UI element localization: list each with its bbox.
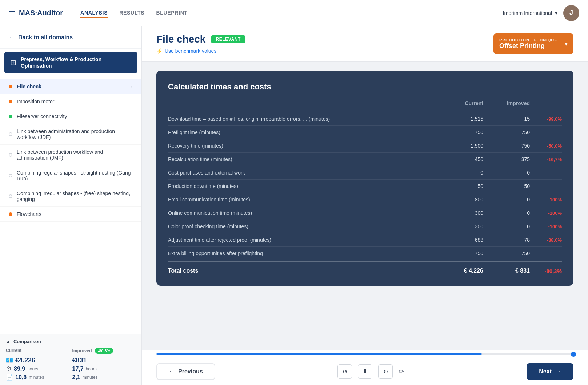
dot-indicator — [9, 115, 12, 118]
sidebar-item-label: Flowcharts — [17, 211, 133, 217]
row-improved: 375 — [486, 156, 530, 162]
row-current: 800 — [440, 197, 483, 202]
back-arrow-icon: ← — [9, 33, 15, 41]
row-current: 450 — [440, 156, 483, 162]
sidebar-item-flowcharts[interactable]: Flowcharts — [0, 207, 141, 222]
row-change: -100% — [533, 210, 562, 216]
row-label: Recovery time (minutes) — [168, 143, 437, 149]
row-current: 300 — [440, 224, 483, 229]
table-row: Extra billing opportunities after prefli… — [168, 246, 562, 260]
benchmark-link[interactable]: ⚡ Use benchmark values — [156, 48, 245, 54]
production-value: Offset Printing — [499, 42, 545, 50]
dot-indicator — [9, 212, 12, 216]
col-change-header — [533, 100, 562, 106]
table-row: Cost purchases and external work 0 0 — [168, 166, 562, 179]
progress-bar-fill — [156, 353, 482, 355]
improved-col-header: Improved — [72, 348, 92, 353]
previous-button[interactable]: ← Previous — [156, 363, 215, 380]
time-icon: ⏱ — [6, 366, 12, 372]
row-change: -88,6% — [533, 237, 562, 243]
table-row: Preflight time (minutes) 750 750 — [168, 125, 562, 139]
sidebar-item-fileserver[interactable]: Fileserver connectivity — [0, 109, 141, 124]
sidebar-items: File check › Imposition motor Fileserver… — [0, 76, 141, 334]
table-row: Email communication time (minutes) 800 0… — [168, 193, 562, 206]
navbar: MAS·Auditor ANALYSIS RESULTS BLUEPRINT I… — [0, 0, 588, 26]
company-selector[interactable]: Imprimm International ▾ — [503, 10, 557, 16]
content-area: Calculated times and costs Current Impro… — [142, 62, 588, 350]
col-current-header: Current — [440, 100, 483, 106]
nav-analysis[interactable]: ANALYSIS — [80, 8, 108, 18]
main-layout: ← Back to all domains ⊞ Prepress, Workfl… — [0, 26, 588, 385]
row-current: 750 — [440, 129, 483, 135]
sidebar-item-jdf[interactable]: Link between administration and producti… — [0, 124, 141, 145]
row-change: -100% — [533, 197, 562, 202]
table-row: Production downtime (minutes) 50 50 — [168, 179, 562, 193]
comparison-header[interactable]: ▲ Comparison — [6, 339, 136, 344]
section-header[interactable]: ⊞ Prepress, Workflow & Production Optimi… — [4, 52, 137, 73]
cost-icon: 💶 — [6, 357, 13, 364]
progress-dot — [571, 352, 576, 357]
row-improved: 78 — [486, 237, 530, 243]
progress-bar-container — [142, 350, 588, 358]
table-row: Adjustment time after rejected proof (mi… — [168, 233, 562, 246]
total-row: Total costs € 4.226 € 831 -80,3% — [168, 261, 562, 274]
nav-blueprint[interactable]: BLUEPRINT — [156, 8, 187, 18]
row-improved: 15 — [486, 116, 530, 122]
row-improved: 50 — [486, 183, 530, 189]
row-label: Color proof checking time (minutes) — [168, 224, 437, 229]
playback-controls: ↺ ⏸ ↻ ✏ — [337, 364, 404, 379]
rewind-button[interactable]: ↺ — [337, 364, 352, 379]
next-button[interactable]: Next → — [527, 363, 573, 380]
nav-results[interactable]: RESULTS — [119, 8, 144, 18]
sidebar-item-label: Link between administration and producti… — [17, 128, 133, 140]
row-current: 750 — [440, 250, 483, 256]
back-to-domains[interactable]: ← Back to all domains — [0, 26, 141, 49]
current-hours-unit: hours — [27, 366, 38, 372]
forward-button[interactable]: ↻ — [378, 364, 393, 379]
production-technique-button[interactable]: PRODUCTION TECHNIQUE Offset Printing ▾ — [493, 33, 573, 54]
page-title-area: File check RELEVANT ⚡ Use benchmark valu… — [156, 33, 245, 54]
sidebar-item-label: Fileserver connectivity — [17, 113, 133, 119]
sidebar-item-file-check[interactable]: File check › — [0, 79, 141, 94]
current-minutes: 10,8 — [15, 374, 27, 381]
comparison-badge: -80,3% — [95, 348, 113, 354]
total-improved: € 831 — [486, 268, 530, 274]
row-label: Production downtime (minutes) — [168, 183, 437, 189]
sidebar-item-irregular[interactable]: Combining irregular shapes - (free) shap… — [0, 186, 141, 207]
sidebar-item-jmf[interactable]: Link between production workflow and adm… — [0, 145, 141, 165]
total-change: -80,3% — [533, 268, 562, 274]
menu-icon — [9, 11, 15, 15]
section-label: Prepress, Workflow & Production Optimisa… — [21, 56, 131, 69]
avatar[interactable]: J — [563, 5, 579, 21]
chevron-up-icon: ▲ — [6, 339, 11, 344]
back-label: Back to all domains — [18, 34, 73, 41]
costs-section: Calculated times and costs Current Impro… — [156, 71, 573, 286]
sidebar-item-gang-run[interactable]: Combining regular shapes - straight nest… — [0, 165, 141, 186]
row-current: 0 — [440, 170, 483, 176]
table-row: Recovery time (minutes) 1.500 750 -50,0% — [168, 139, 562, 152]
pause-button[interactable]: ⏸ — [358, 364, 372, 379]
relevant-badge: RELEVANT — [211, 35, 245, 43]
edit-button[interactable]: ✏ — [399, 368, 404, 376]
table-row: Recalculation time (minutes) 450 375 -16… — [168, 152, 562, 166]
row-improved: 750 — [486, 250, 530, 256]
current-col-header: Current — [6, 348, 69, 354]
table-body: Download time – based on # files, origin… — [168, 112, 562, 260]
row-improved: 0 — [486, 170, 530, 176]
comparison-title: Comparison — [13, 339, 41, 344]
sidebar-item-label: Imposition motor — [17, 99, 133, 104]
chevron-down-icon: ▾ — [565, 40, 568, 47]
row-change: -16,7% — [533, 157, 562, 162]
doc-icon: 📄 — [6, 374, 13, 381]
sidebar-item-imposition[interactable]: Imposition motor — [0, 94, 141, 109]
row-label: Adjustment time after rejected proof (mi… — [168, 237, 437, 243]
main-content: File check RELEVANT ⚡ Use benchmark valu… — [142, 26, 588, 385]
improved-hours-unit: hours — [86, 366, 97, 372]
page-heading: File check — [156, 33, 205, 45]
logo[interactable]: MAS·Auditor — [9, 9, 63, 17]
improved-minutes: 2,1 — [72, 374, 80, 381]
chevron-down-icon: ▾ — [555, 10, 557, 16]
row-label: Online communication time (minutes) — [168, 210, 437, 216]
row-current: 50 — [440, 183, 483, 189]
previous-label: Previous — [178, 368, 203, 375]
